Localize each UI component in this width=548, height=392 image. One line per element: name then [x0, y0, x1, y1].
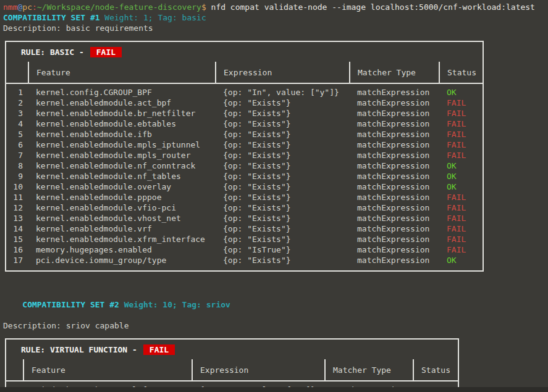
feature-cell: kernel.enabledmodule.nf_conntrack [28, 161, 216, 171]
matcher-type-cell: matchExpression [350, 202, 439, 213]
matcher-type-cell: matchExpression [350, 244, 439, 255]
set1-meta: Weight: 1; Tag: basic [100, 13, 206, 22]
row-index-cell: 10 [6, 181, 28, 192]
rule-status-badge: FAIL [90, 47, 122, 57]
expression-cell: {op: "Exists"} [216, 192, 350, 202]
feature-cell: kernel.enabledmodule.nf_tables [28, 171, 216, 181]
status-cell: FAIL [439, 108, 483, 119]
status-cell: FAIL [439, 223, 483, 234]
table-row: 4kernel.enabledmodule.ebtables{op: "Exis… [6, 119, 483, 129]
feature-cell: kernel.enabledmodule.br_netfilter [28, 108, 216, 119]
row-index-cell: 12 [6, 202, 28, 213]
set2-title: COMPATIBILITY SET #2 [22, 300, 119, 309]
row-index-cell: 5 [6, 129, 28, 140]
feature-cell: kernel.enabledmodule.mpls_router [28, 150, 216, 161]
set2-description: Description: sriov capable [3, 320, 548, 331]
table-row: 13kernel.enabledmodule.vhost_net{op: "Ex… [6, 213, 483, 223]
terminal-screen[interactable]: nmm@pc:~/Workspace/node-feature-discover… [0, 0, 548, 392]
expression-cell: {op: "Exists"} [216, 223, 350, 234]
feature-cell: kernel.enabledmodule.act_bpf [28, 98, 216, 108]
table-row: 10kernel.enabledmodule.overlay{op: "Exis… [6, 181, 483, 192]
status-cell: OK [439, 161, 483, 171]
expression-cell: {op: "Exists"} [216, 98, 350, 108]
row-index-cell: 1 [6, 83, 28, 98]
matcher-type-cell: matchExpression [350, 161, 439, 171]
col-matcher-type: Matcher Type [325, 359, 413, 381]
window-bottom-edge [0, 387, 548, 392]
status-cell: OK [439, 171, 483, 181]
table-row: 17pci.device.iommu_group/type{op: "Exist… [6, 255, 483, 271]
feature-cell: kernel.enabledmodule.vhost_net [28, 213, 216, 223]
expression-cell: {op: "Exists"} [216, 150, 350, 161]
column-header-row: Feature Expression Matcher Type Status [6, 62, 483, 83]
col-status: Status [413, 359, 458, 381]
status-cell: FAIL [439, 192, 483, 202]
matcher-type-cell: matchExpression [350, 129, 439, 140]
feature-cell: kernel.enabledmodule.xfrm_interface [28, 234, 216, 244]
expression-cell: {op: "Exists"} [216, 181, 350, 192]
expression-cell: {op: "Exists"} [216, 119, 350, 129]
col-status: Status [439, 62, 483, 83]
rule-title-row: RULE: BASIC -FAIL [6, 41, 483, 62]
set2-meta: Weight: 10; Tag: sriov [119, 300, 230, 309]
row-index-cell: 13 [6, 213, 28, 223]
expression-cell: {op: "Exists"} [216, 129, 350, 140]
expression-cell: {op: "In", value: ["y"]} [216, 83, 350, 98]
row-index-cell: 15 [6, 234, 28, 244]
feature-cell: pci.device.iommu_group/type [28, 255, 216, 271]
table-row: 7kernel.enabledmodule.mpls_router{op: "E… [6, 150, 483, 161]
prompt-dollar: $ [201, 2, 211, 12]
matcher-type-cell: matchExpression [350, 192, 439, 202]
matcher-type-cell: matchExpression [350, 255, 439, 271]
matcher-type-cell: matchExpression [350, 213, 439, 223]
set1-header: COMPATIBILITY SET #1 Weight: 1; Tag: bas… [3, 12, 548, 23]
row-index-cell: 9 [6, 171, 28, 181]
matcher-type-cell: matchExpression [350, 140, 439, 150]
row-index-cell: 16 [6, 244, 28, 255]
row-index-cell: 4 [6, 119, 28, 129]
matcher-type-cell: matchExpression [350, 108, 439, 119]
feature-cell: kernel.enabledmodule.overlay [28, 181, 216, 192]
table-row: 15kernel.enabledmodule.xfrm_interface{op… [6, 234, 483, 244]
table-row: 5kernel.enabledmodule.ifb{op: "Exists"}m… [6, 129, 483, 140]
table-row: 3kernel.enabledmodule.br_netfilter{op: "… [6, 108, 483, 119]
table-row: 16memory.hugepages.enabled{op: "IsTrue"}… [6, 244, 483, 255]
set1-description: Description: basic requirements [3, 23, 548, 33]
command-text: nfd compat validate-node --image localho… [211, 2, 535, 12]
table-row: 1kernel.config.CGROUP_BPF{op: "In", valu… [6, 83, 483, 98]
table-row: 8kernel.enabledmodule.nf_conntrack{op: "… [6, 161, 483, 171]
table-row: 2kernel.enabledmodule.act_bpf{op: "Exist… [6, 98, 483, 108]
table-row: 11kernel.enabledmodule.pppoe{op: "Exists… [6, 192, 483, 202]
col-index [6, 62, 28, 83]
feature-cell: kernel.enabledmodule.vrf [28, 223, 216, 234]
status-cell: FAIL [439, 119, 483, 129]
matcher-type-cell: matchExpression [350, 98, 439, 108]
row-index-cell: 3 [6, 108, 28, 119]
status-cell: FAIL [439, 202, 483, 213]
matcher-type-cell: matchExpression [350, 234, 439, 244]
status-cell: FAIL [439, 129, 483, 140]
matcher-type-cell: matchExpression [350, 83, 439, 98]
table-row: 14kernel.enabledmodule.vrf{op: "Exists"}… [6, 223, 483, 234]
table-row: 9kernel.enabledmodule.nf_tables{op: "Exi… [6, 171, 483, 181]
feature-cell: kernel.enabledmodule.ebtables [28, 119, 216, 129]
col-matcher-type: Matcher Type [350, 62, 439, 83]
feature-cell: kernel.config.CGROUP_BPF [28, 83, 216, 98]
feature-cell: kernel.enabledmodule.pppoe [28, 192, 216, 202]
table-row: 6kernel.enabledmodule.mpls_iptunnel{op: … [6, 140, 483, 150]
row-index-cell: 11 [6, 192, 28, 202]
feature-cell: kernel.enabledmodule.vfio-pci [28, 202, 216, 213]
matcher-type-cell: matchExpression [350, 119, 439, 129]
rule-title-row: RULE: VIRTUAL FUNCTION -FAIL [6, 339, 458, 359]
expression-cell: {op: "Exists"} [216, 202, 350, 213]
row-index-cell: 6 [6, 140, 28, 150]
rule-table-virtual-function: RULE: VIRTUAL FUNCTION -FAIL Feature Exp… [5, 338, 459, 392]
prompt-colon: : [32, 2, 37, 12]
rule-label: RULE: BASIC - [21, 48, 84, 57]
matcher-type-cell: matchExpression [350, 171, 439, 181]
status-cell: FAIL [439, 98, 483, 108]
feature-cell: kernel.enabledmodule.mpls_iptunnel [28, 140, 216, 150]
feature-cell: kernel.enabledmodule.ifb [28, 129, 216, 140]
prompt-host: pc [22, 2, 32, 12]
matcher-type-cell: matchExpression [350, 150, 439, 161]
